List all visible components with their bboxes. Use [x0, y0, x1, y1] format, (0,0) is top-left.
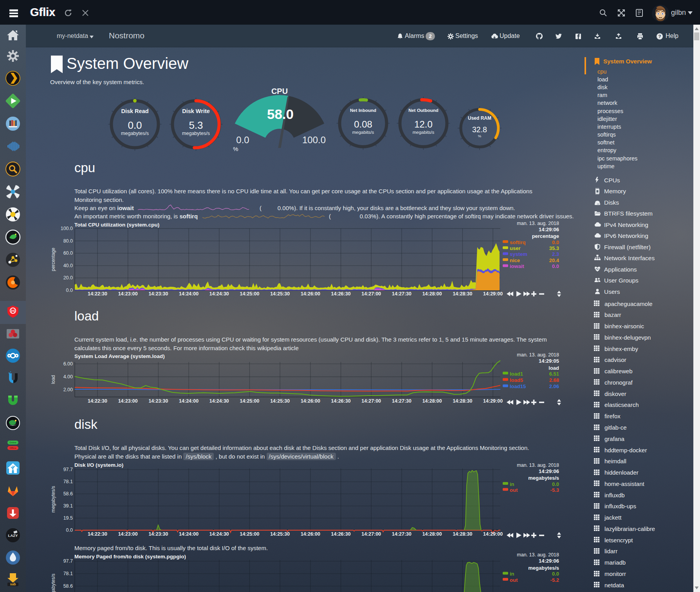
svg-text:19.5: 19.5 [63, 515, 73, 521]
svg-text:megabytes/s: megabytes/s [528, 475, 559, 481]
svg-text:40.0: 40.0 [63, 263, 73, 268]
svg-text:14:29:00: 14:29:00 [483, 398, 503, 404]
svg-text:14:26:00: 14:26:00 [301, 398, 320, 404]
svg-text:14:24:00: 14:24:00 [179, 531, 198, 537]
svg-text:14:23:30: 14:23:30 [148, 398, 168, 404]
svg-text:0.0: 0.0 [66, 288, 73, 293]
svg-text:6.51: 6.51 [549, 371, 559, 377]
svg-text:0.0: 0.0 [552, 571, 559, 577]
svg-text:man. 13. aug. 2018: man. 13. aug. 2018 [517, 221, 559, 226]
svg-text:14:25:30: 14:25:30 [270, 398, 290, 404]
svg-text:14:27:30: 14:27:30 [392, 398, 411, 404]
svg-text:in: in [510, 481, 514, 487]
svg-text:percentage: percentage [51, 248, 56, 271]
svg-text:100.0: 100.0 [61, 226, 73, 231]
svg-text:14:24:00: 14:24:00 [179, 398, 198, 404]
svg-text:14:29:00: 14:29:00 [483, 531, 503, 537]
svg-text:60.0: 60.0 [63, 250, 73, 256]
svg-text:Disk I/O (system.io): Disk I/O (system.io) [74, 462, 123, 468]
svg-text:man. 13. aug. 2018: man. 13. aug. 2018 [517, 352, 559, 358]
svg-text:load: load [548, 365, 559, 371]
svg-text:megabytes/s: megabytes/s [51, 486, 56, 513]
svg-text:2.00: 2.00 [63, 387, 73, 392]
svg-text:14:24:00: 14:24:00 [179, 291, 198, 297]
svg-text:0.0: 0.0 [552, 263, 559, 269]
svg-text:14:26:00: 14:26:00 [301, 531, 320, 537]
svg-text:softirq: softirq [510, 239, 526, 245]
svg-text:14:24:30: 14:24:30 [209, 531, 229, 537]
svg-text:14:26:30: 14:26:30 [331, 531, 351, 537]
svg-text:system: system [510, 251, 527, 257]
svg-text:14:23:30: 14:23:30 [148, 531, 168, 537]
svg-text:iowait: iowait [510, 263, 525, 269]
svg-text:14:27:30: 14:27:30 [392, 531, 411, 537]
svg-text:-5.2: -5.2 [550, 577, 559, 583]
svg-text:load: load [51, 375, 56, 384]
svg-text:out: out [510, 577, 518, 583]
svg-text:percentage: percentage [532, 233, 559, 239]
svg-text:14:25:00: 14:25:00 [240, 531, 259, 537]
svg-text:14:25:30: 14:25:30 [270, 291, 290, 297]
svg-text:14:28:30: 14:28:30 [453, 291, 472, 297]
svg-text:14:26:30: 14:26:30 [331, 398, 351, 404]
svg-text:load1: load1 [510, 371, 523, 377]
svg-text:78.1: 78.1 [63, 571, 73, 576]
svg-text:-5.3: -5.3 [550, 487, 559, 493]
svg-text:14:28:30: 14:28:30 [453, 531, 472, 537]
svg-text:39.1: 39.1 [63, 503, 73, 509]
svg-text:megabytes/s: megabytes/s [528, 565, 559, 571]
svg-text:System Load Average (system.lo: System Load Average (system.load) [74, 353, 165, 359]
svg-text:2.06: 2.06 [549, 383, 559, 389]
svg-text:58.6: 58.6 [63, 491, 73, 497]
svg-text:out: out [510, 487, 518, 493]
svg-text:megabytes/s: megabytes/s [51, 574, 56, 592]
svg-text:14:23:30: 14:23:30 [148, 291, 168, 297]
svg-text:in: in [510, 571, 514, 577]
svg-text:14:29:06: 14:29:06 [539, 227, 559, 232]
svg-text:20.0: 20.0 [63, 275, 73, 281]
svg-text:Memory Paged from/to disk (sys: Memory Paged from/to disk (system.pgpgio… [74, 554, 186, 560]
svg-text:14:22:30: 14:22:30 [88, 291, 107, 297]
svg-text:14:28:30: 14:28:30 [453, 398, 472, 404]
svg-text:2.68: 2.68 [549, 377, 559, 383]
svg-text:4.00: 4.00 [63, 374, 73, 380]
svg-text:0.0: 0.0 [66, 527, 73, 533]
svg-text:0.0: 0.0 [552, 481, 559, 487]
svg-text:2.3: 2.3 [552, 251, 559, 257]
svg-text:load5: load5 [510, 377, 523, 383]
svg-text:14:29:06: 14:29:06 [539, 558, 559, 564]
svg-text:20.4: 20.4 [549, 257, 559, 263]
svg-text:14:27:00: 14:27:00 [361, 398, 381, 404]
svg-text:load15: load15 [510, 383, 526, 389]
svg-text:14:25:00: 14:25:00 [240, 398, 259, 404]
svg-text:35.3: 35.3 [549, 245, 559, 251]
svg-text:14:29:05: 14:29:05 [539, 358, 559, 364]
svg-text:97.7: 97.7 [63, 558, 73, 564]
svg-text:97.7: 97.7 [63, 467, 73, 472]
svg-text:nice: nice [510, 257, 520, 263]
svg-text:14:25:30: 14:25:30 [270, 531, 290, 537]
svg-text:man. 13. aug. 2018: man. 13. aug. 2018 [517, 552, 559, 558]
svg-text:14:23:00: 14:23:00 [118, 398, 138, 404]
svg-text:14:24:30: 14:24:30 [209, 291, 229, 297]
svg-text:14:22:30: 14:22:30 [88, 398, 107, 404]
svg-text:14:27:00: 14:27:00 [361, 291, 381, 297]
svg-text:14:28:00: 14:28:00 [422, 291, 442, 297]
svg-text:0.0: 0.0 [552, 239, 559, 245]
svg-text:14:24:30: 14:24:30 [209, 398, 229, 404]
svg-text:user: user [510, 245, 520, 251]
svg-text:Total CPU utilization (system.: Total CPU utilization (system.cpu) [74, 222, 159, 228]
svg-text:14:26:00: 14:26:00 [301, 291, 320, 297]
svg-text:14:23:00: 14:23:00 [118, 291, 138, 297]
svg-text:14:25:00: 14:25:00 [240, 291, 259, 297]
svg-text:14:26:30: 14:26:30 [331, 291, 351, 297]
svg-text:14:22:30: 14:22:30 [88, 531, 107, 537]
svg-text:14:29:06: 14:29:06 [539, 468, 559, 474]
svg-text:man. 13. aug. 2018: man. 13. aug. 2018 [517, 462, 559, 468]
svg-text:58.6: 58.6 [63, 583, 73, 589]
svg-text:6.00: 6.00 [63, 361, 73, 367]
svg-text:14:27:30: 14:27:30 [392, 291, 411, 297]
svg-text:14:28:00: 14:28:00 [422, 531, 442, 537]
svg-text:14:23:00: 14:23:00 [118, 531, 138, 537]
svg-text:14:29:00: 14:29:00 [483, 291, 503, 297]
